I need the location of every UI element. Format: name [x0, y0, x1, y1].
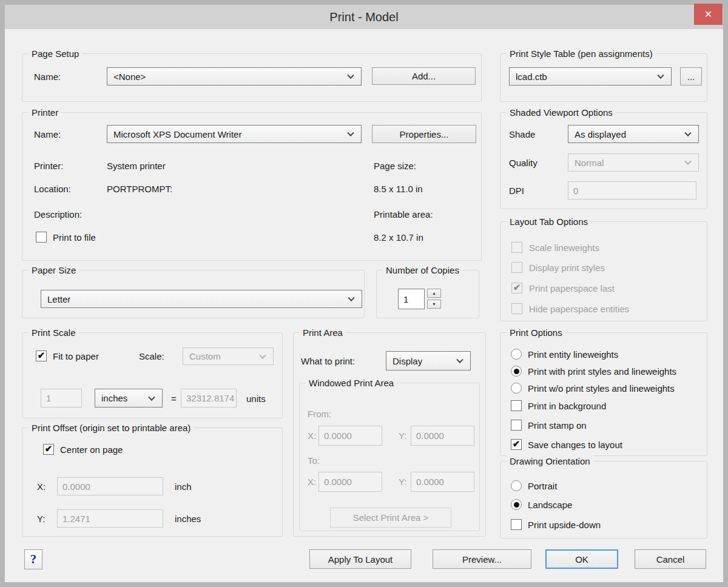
- preview-button[interactable]: Preview...: [433, 549, 531, 569]
- save-changes-to-layout-checkbox[interactable]: [511, 439, 522, 450]
- center-on-page-label: Center on page: [60, 444, 123, 455]
- page-setup-name-combobox[interactable]: <None>: [107, 67, 362, 86]
- apply-to-layout-button[interactable]: Apply To Layout: [309, 549, 411, 569]
- drawing-orientation-group: Drawing Orientation Portrait Landscape P…: [500, 461, 707, 538]
- to-label: To:: [308, 455, 320, 466]
- page-size-value: 8.5 x 11.0 in: [374, 184, 423, 194]
- add-button[interactable]: Add...: [372, 67, 476, 85]
- printer-type-label: Printer:: [34, 161, 63, 171]
- layout-tab-options-group: Layout Tab Options Scale lineweights Dis…: [500, 221, 707, 321]
- display-print-styles-label: Display print styles: [529, 263, 605, 273]
- print-scale-group: Print Scale Fit to paper Scale: Custom 1…: [22, 332, 283, 418]
- printer-name-label: Name:: [34, 129, 61, 139]
- print-area-group-title: Print Area: [300, 327, 346, 338]
- print-entity-lineweights-radio[interactable]: [511, 349, 522, 360]
- landscape-label: Landscape: [528, 500, 572, 510]
- help-button[interactable]: ?: [24, 549, 42, 569]
- hide-paperspace-entities-label: Hide paperspace entities: [529, 304, 629, 314]
- print-to-file-checkbox[interactable]: [36, 232, 47, 243]
- copies-down-button[interactable]: ▼: [427, 300, 441, 309]
- to-y-label: Y:: [399, 477, 406, 487]
- copies-up-button[interactable]: ▲: [427, 289, 441, 298]
- chevron-down-icon: [657, 72, 664, 79]
- paper-size-value: Letter: [47, 294, 70, 304]
- equals-sign: =: [171, 394, 177, 404]
- printer-group: Printer Name: Microsoft XPS Document Wri…: [22, 112, 482, 261]
- what-to-print-combobox[interactable]: Display: [386, 351, 471, 371]
- paper-size-combobox[interactable]: Letter: [41, 290, 362, 308]
- copies-input[interactable]: 1: [398, 289, 425, 309]
- print-style-browse-button[interactable]: ...: [680, 67, 702, 86]
- printable-area-label: Printable area:: [374, 209, 433, 220]
- drawing-orientation-group-title: Drawing Orientation: [507, 455, 593, 467]
- shaded-viewport-group-title: Shaded Viewport Options: [507, 107, 616, 118]
- portrait-label: Portrait: [528, 481, 557, 491]
- help-icon: ?: [30, 552, 36, 566]
- landscape-radio[interactable]: [511, 499, 522, 510]
- chevron-down-icon: [259, 352, 266, 358]
- fit-to-paper-checkbox[interactable]: [36, 351, 47, 361]
- chevron-down-icon: [684, 158, 691, 165]
- print-in-background-checkbox[interactable]: [511, 400, 522, 411]
- print-style-table-group: Print Style Table (pen assignments) lcad…: [500, 53, 707, 102]
- portrait-radio[interactable]: [511, 480, 522, 491]
- print-upside-down-label: Print upside-down: [528, 520, 601, 530]
- printer-location-value: PORTPROMPT:: [107, 184, 172, 194]
- from-label: From:: [308, 409, 331, 419]
- scale-unit-combobox[interactable]: inches: [95, 389, 163, 408]
- print-style-table-combobox[interactable]: lcad.ctb: [509, 67, 672, 86]
- save-changes-to-layout-label: Save changes to layout: [528, 440, 622, 450]
- copies-group: Number of Copies 1 ▲ ▼: [376, 270, 479, 318]
- shade-value: As displayed: [575, 129, 626, 139]
- printer-location-label: Location:: [34, 184, 71, 194]
- ok-button[interactable]: OK: [545, 549, 618, 569]
- fit-to-paper-label: Fit to paper: [53, 351, 99, 361]
- center-on-page-checkbox[interactable]: [43, 444, 54, 455]
- offset-y-label: Y:: [37, 514, 45, 524]
- print-scale-group-title: Print Scale: [29, 327, 79, 338]
- print-offset-group: Print Offset (origin set to printable ar…: [22, 428, 283, 537]
- hide-paperspace-entities-checkbox: [511, 303, 522, 314]
- print-area-group: Print Area What to print: Display Window…: [293, 332, 486, 537]
- printer-name-combobox[interactable]: Microsoft XPS Document Writer: [107, 125, 362, 143]
- print-paperspace-last-label: Print paperspace last: [529, 283, 615, 294]
- print-without-styles-radio[interactable]: [511, 383, 522, 394]
- close-icon: ✕: [704, 8, 712, 20]
- from-x-label: X:: [308, 431, 316, 441]
- chevron-down-icon: [684, 130, 691, 136]
- print-style-table-group-title: Print Style Table (pen assignments): [507, 48, 656, 59]
- quality-combobox: Normal: [568, 153, 699, 172]
- properties-button[interactable]: Properties...: [372, 125, 476, 143]
- paper-size-group-title: Paper Size: [29, 264, 79, 276]
- chevron-down-icon: [456, 357, 463, 363]
- paper-size-group: Paper Size Letter: [22, 270, 365, 318]
- printer-description-label: Description:: [34, 209, 82, 220]
- print-options-group: Print Options Print entity lineweights P…: [500, 332, 707, 456]
- scale-label: Scale:: [139, 351, 164, 361]
- scale-lineweights-checkbox: [511, 242, 522, 253]
- print-without-styles-label: Print w/o print styles and lineweights: [528, 383, 675, 394]
- page-setup-group: Page Setup Name: <None> Add...: [22, 53, 482, 102]
- offset-x-field: 0.0000: [57, 477, 163, 495]
- from-y-label: Y:: [399, 431, 406, 441]
- print-stamp-on-checkbox[interactable]: [511, 420, 522, 431]
- arrow-up-icon: ▲: [432, 291, 436, 295]
- print-with-styles-radio[interactable]: [511, 366, 522, 377]
- quality-value: Normal: [575, 158, 604, 168]
- display-print-styles-checkbox: [511, 262, 522, 273]
- select-print-area-button: Select Print Area >: [330, 508, 451, 528]
- units-label: units: [246, 394, 266, 404]
- chevron-down-icon: [148, 394, 155, 400]
- printer-name-value: Microsoft XPS Document Writer: [113, 129, 241, 139]
- close-button[interactable]: ✕: [694, 4, 723, 25]
- cancel-button[interactable]: Cancel: [635, 549, 706, 569]
- shade-label: Shade: [509, 129, 535, 139]
- offset-y-field: 1.2471: [57, 509, 163, 528]
- print-upside-down-checkbox[interactable]: [511, 519, 522, 530]
- quality-label: Quality: [509, 158, 538, 168]
- shade-combobox[interactable]: As displayed: [568, 125, 699, 143]
- print-entity-lineweights-label: Print entity lineweights: [528, 349, 618, 360]
- print-in-background-label: Print in background: [528, 401, 606, 411]
- print-stamp-on-label: Print stamp on: [528, 420, 587, 431]
- window-title: Print - Model: [329, 10, 398, 24]
